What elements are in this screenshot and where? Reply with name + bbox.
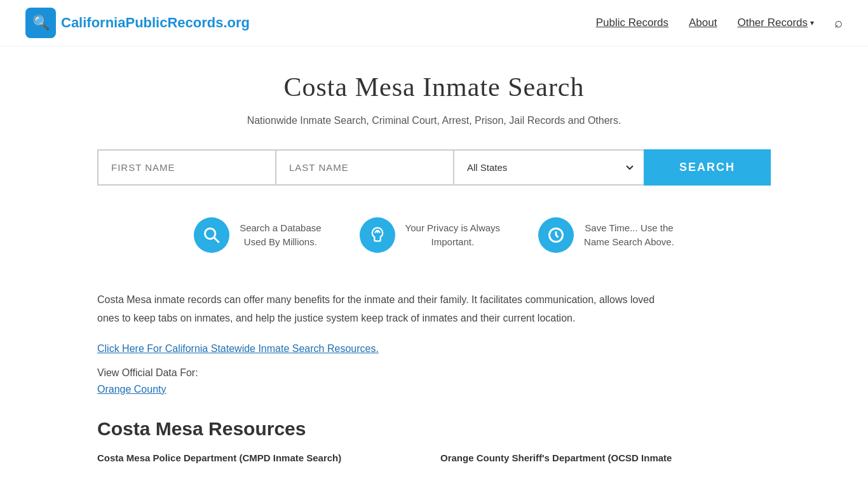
feature-save-time-text: Save Time... Use the Name Search Above. (584, 221, 674, 250)
nav-about[interactable]: About (689, 17, 717, 29)
view-official-label: View Official Data For: (97, 367, 771, 379)
main-content: Costa Mesa Inmate Search Nationwide Inma… (85, 46, 783, 488)
page-title: Costa Mesa Inmate Search (97, 72, 771, 102)
fingerprint-icon (360, 217, 395, 253)
site-header: 🔍 CaliforniaPublicRecords.org Public Rec… (0, 0, 868, 46)
orange-county-link[interactable]: Orange County (97, 384, 771, 395)
search-form: All StatesAlabamaAlaskaArizonaArkansasCa… (97, 149, 771, 186)
search-magnify-icon (194, 217, 229, 253)
page-subtitle: Nationwide Inmate Search, Criminal Court… (97, 115, 771, 126)
feature-database: Search a Database Used By Millions. (194, 217, 321, 253)
nav-other-records[interactable]: Other Records (737, 17, 808, 29)
nav-public-records[interactable]: Public Records (596, 17, 668, 29)
search-button[interactable]: SEARCH (644, 149, 771, 186)
logo-text: CaliforniaPublicRecords.org (61, 15, 250, 31)
body-paragraph: Costa Mesa inmate records can offer many… (97, 291, 669, 328)
feature-privacy: Your Privacy is Always Important. (360, 217, 501, 253)
logo-link[interactable]: 🔍 CaliforniaPublicRecords.org (25, 8, 250, 38)
state-select[interactable]: All StatesAlabamaAlaskaArizonaArkansasCa… (453, 149, 644, 186)
resource-ocsd: Orange County Sheriff's Department (OCSD… (440, 452, 771, 463)
feature-save-time: Save Time... Use the Name Search Above. (538, 217, 674, 253)
nav-search-icon[interactable]: ⌕ (834, 15, 843, 31)
resources-heading: Costa Mesa Resources (97, 418, 771, 440)
resource-cmpd: Costa Mesa Police Department (CMPD Inmat… (97, 452, 428, 463)
resources-grid: Costa Mesa Police Department (CMPD Inmat… (97, 452, 771, 463)
clock-icon (538, 217, 574, 253)
svg-line-1 (214, 238, 219, 243)
features-row: Search a Database Used By Millions. Your… (97, 211, 771, 259)
logo-icon: 🔍 (25, 8, 56, 38)
feature-database-text: Search a Database Used By Millions. (240, 221, 321, 250)
first-name-input[interactable] (97, 149, 275, 186)
svg-point-0 (205, 229, 215, 239)
california-resources-link[interactable]: Click Here For California Statewide Inma… (97, 343, 379, 354)
chevron-down-icon: ▾ (810, 18, 814, 28)
last-name-input[interactable] (275, 149, 453, 186)
nav-other-records-container[interactable]: Other Records ▾ (737, 17, 814, 29)
main-nav: Public Records About Other Records ▾ ⌕ (596, 15, 843, 31)
feature-privacy-text: Your Privacy is Always Important. (405, 221, 501, 250)
